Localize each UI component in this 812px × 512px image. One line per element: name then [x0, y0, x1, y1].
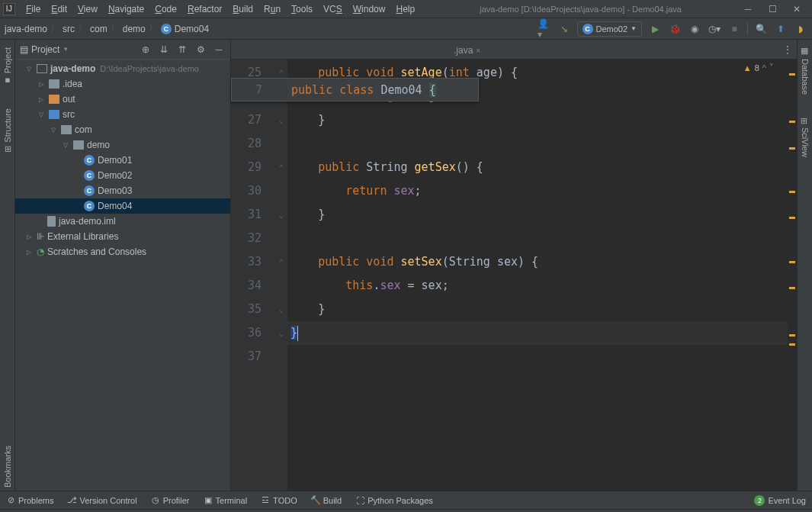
tree-folder-out[interactable]: ▷ out [15, 92, 230, 107]
tree-root[interactable]: ▽ java-demoD:\IdeaProjects\java-demo [15, 61, 230, 76]
tree-pkg-com[interactable]: ▽ com [15, 122, 230, 137]
settings-icon[interactable]: ⚙ [194, 43, 207, 56]
menu-file[interactable]: File [21, 2, 45, 16]
coverage-button[interactable]: ◉ [688, 22, 701, 36]
menu-edit[interactable]: Edit [47, 2, 72, 16]
menu-view[interactable]: View [73, 2, 102, 16]
error-stripe[interactable] [788, 60, 797, 491]
tree-pkg-demo[interactable]: ▽ demo [15, 137, 230, 153]
class-icon: C [84, 201, 95, 211]
tree-external-libs[interactable]: ▷ ⊪ External Libraries [15, 229, 230, 244]
bookmarks-tool-button[interactable]: Bookmarks [3, 446, 12, 488]
menu-navigate[interactable]: Navigate [104, 2, 149, 16]
maximize-button[interactable]: ☐ [766, 4, 778, 14]
editor-tabs: .java × ⋮ [231, 40, 797, 60]
menu-vcs[interactable]: VCS [319, 2, 347, 16]
breadcrumb-item[interactable]: java-demo [5, 24, 47, 34]
status-bar: ☐ Localized IntelliJ IDEA 2021.3.3 is av… [0, 509, 812, 512]
problems-tool-button[interactable]: ⊘Problems [6, 496, 53, 505]
menu-window[interactable]: Window [348, 2, 390, 16]
debug-button[interactable]: 🐞 [668, 22, 682, 36]
menu-help[interactable]: Help [391, 2, 419, 16]
tree-folder-idea[interactable]: ▷ .idea [15, 76, 230, 92]
tree-class-demo03[interactable]: C Demo03 [15, 183, 230, 198]
source-folder-icon [49, 110, 59, 119]
right-tool-strip: ▦Database ⊞SciView [797, 40, 812, 491]
scratches-icon: ◔ [37, 246, 44, 257]
breadcrumb-current[interactable]: CDemo04 [161, 24, 209, 34]
minimize-button[interactable]: ─ [742, 4, 754, 14]
menu-build[interactable]: Build [228, 2, 258, 16]
search-everywhere-icon[interactable]: 🔍 [754, 22, 768, 36]
title-bar: IJ File Edit View Navigate Code Refactor… [0, 0, 812, 18]
structure-tool-button[interactable]: ⊞Structure [2, 108, 12, 153]
inspection-widget[interactable]: ▲ 8 ^ ˅ [743, 63, 774, 72]
project-tree: ▽ java-demoD:\IdeaProjects\java-demo ▷ .… [15, 60, 230, 491]
run-config-label: Demo02 [596, 24, 628, 34]
close-tab-icon[interactable]: × [476, 47, 480, 55]
tree-scratches[interactable]: ▷ ◔ Scratches and Consoles [15, 244, 230, 259]
menu-refactor[interactable]: Refactor [183, 2, 226, 16]
locate-icon[interactable]: ⊕ [139, 43, 152, 56]
terminal-tool-button[interactable]: ▣Terminal [204, 496, 248, 505]
tree-iml-file[interactable]: java-demo.iml [15, 214, 230, 229]
code-area[interactable]: public void setAge(int age) { this.age =… [287, 60, 788, 491]
project-panel-title[interactable]: ▤Project▼ [20, 44, 134, 55]
add-config-icon[interactable]: 👤▾ [538, 22, 551, 36]
hide-panel-icon[interactable]: ─ [212, 43, 226, 56]
expand-all-icon[interactable]: ⇊ [157, 43, 171, 56]
build-tool-button[interactable]: 🔨Build [311, 496, 342, 505]
tree-class-demo04[interactable]: C Demo04 [15, 198, 230, 214]
menu-code[interactable]: Code [150, 2, 181, 16]
warning-icon: ▲ [743, 63, 752, 72]
breadcrumb: java-demo 〉 src 〉 com 〉 demo 〉 CDemo04 [5, 22, 538, 35]
project-tool-button[interactable]: ■Project [3, 47, 12, 85]
breadcrumb-item[interactable]: demo [123, 24, 146, 34]
class-icon: C [84, 170, 95, 181]
profile-button[interactable]: ◷▾ [708, 22, 721, 36]
tab-label: .java [454, 45, 473, 56]
sticky-line-number: 7 [232, 79, 276, 101]
editor-body[interactable]: 25 26 27 28 29 30 31 32 33 34 35 36 37 ⌃… [231, 60, 797, 491]
class-icon: C [84, 155, 95, 166]
tree-folder-src[interactable]: ▽ src [15, 107, 230, 122]
tab-options-icon[interactable]: ⋮ [783, 44, 792, 55]
project-panel-header: ▤Project▼ ⊕ ⇊ ⇈ ⚙ ─ [15, 40, 230, 60]
vcs-tool-button[interactable]: ⎇Version Control [67, 496, 136, 505]
stop-button[interactable]: ■ [727, 22, 741, 36]
update-icon[interactable]: ⬆ [774, 22, 788, 36]
window-title: java-demo [D:\IdeaProjects\java-demo] - … [419, 5, 742, 14]
python-packages-button[interactable]: ⛶Python Packages [355, 496, 433, 505]
library-icon: ⊪ [37, 231, 44, 242]
class-icon: C [583, 24, 593, 34]
todo-tool-button[interactable]: ☲TODO [261, 496, 297, 505]
package-icon [61, 125, 72, 134]
breadcrumb-item[interactable]: com [90, 24, 108, 34]
folder-icon [49, 95, 59, 104]
profiler-tool-button[interactable]: ◷Profiler [151, 496, 190, 505]
breadcrumb-item[interactable]: src [63, 24, 75, 34]
sciview-tool-button[interactable]: ⊞SciView [800, 118, 810, 157]
run-button[interactable]: ▶ [648, 22, 662, 36]
editor-area: .java × ⋮ ▲ 8 ^ ˅ 25 26 27 28 29 30 31 3… [231, 40, 797, 491]
build-hammer-icon[interactable]: ↘ [557, 22, 571, 36]
sticky-scroll-header[interactable]: 7 public class Demo04 { [231, 78, 479, 101]
run-config-selector[interactable]: C Demo02 ▼ [577, 21, 643, 37]
close-button[interactable]: ✕ [791, 4, 803, 14]
class-icon: C [84, 185, 95, 196]
bottom-tool-bar: ⊘Problems ⎇Version Control ◷Profiler ▣Te… [0, 491, 812, 509]
collapse-all-icon[interactable]: ⇈ [175, 43, 189, 56]
tree-class-demo02[interactable]: C Demo02 [15, 168, 230, 183]
app-logo: IJ [3, 3, 15, 15]
menu-run[interactable]: Run [259, 2, 285, 16]
tree-class-demo01[interactable]: C Demo01 [15, 153, 230, 168]
folder-icon [49, 79, 59, 89]
database-tool-button[interactable]: ▦Database [800, 46, 810, 95]
ide-scripting-icon[interactable]: ◗ [794, 22, 807, 36]
menu-tools[interactable]: Tools [287, 2, 317, 16]
left-tool-strip: ■Project ⊞Structure Bookmarks [0, 40, 15, 491]
fold-gutter: ⌃⌄ ⌃⌄ ⌃⌄⌄ [275, 60, 287, 491]
event-log-button[interactable]: 2 Event Log [754, 495, 806, 506]
event-badge-icon: 2 [754, 495, 765, 506]
editor-tab[interactable]: .java × [448, 42, 486, 59]
